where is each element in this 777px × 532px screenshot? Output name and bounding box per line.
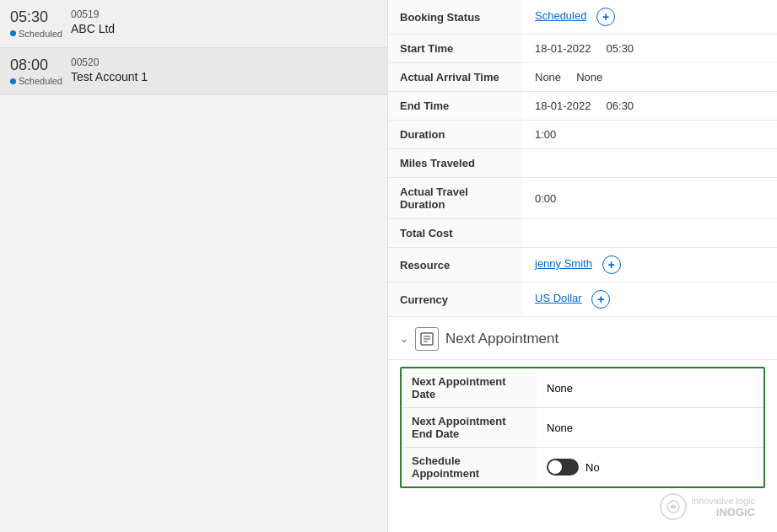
toggle-track [547,459,579,476]
next-appointment-box: Next Appointment Date None Next Appointm… [400,367,765,488]
left-panel: 05:30 Scheduled 00519 ABC Ltd 08:00 Sche… [0,0,388,532]
end-time-val: 06:30 [607,99,634,112]
appointment-item-1[interactable]: 05:30 Scheduled 00519 ABC Ltd [0,0,387,48]
start-date: 18-01-2022 [535,42,591,55]
value-resource: jenny Smith + [523,248,777,282]
appointment-item-2[interactable]: 08:00 Scheduled 00520 Test Account 1 [0,48,387,96]
resource-link[interactable]: jenny Smith [535,257,592,270]
logo-area: innovative logic iNOGiC [388,486,769,527]
label-next-appt-date: Next Appointment Date [402,368,537,408]
currency-link[interactable]: US Dollar [535,292,582,304]
booking-status-plus[interactable]: + [596,8,615,26]
section-chevron[interactable]: ⌄ [400,333,408,345]
appt-info-1: 00519 ABC Ltd [71,8,377,35]
row-travel-duration: Actual Travel Duration 0:00 [388,178,777,219]
value-booking-status: Scheduled + [523,0,777,35]
row-currency: Currency US Dollar + [388,282,777,317]
appt-name-2: Test Account 1 [71,70,377,83]
label-arrival-time: Actual Arrival Time [388,63,523,92]
appt-time-1: 05:30 Scheduled [10,8,62,39]
right-panel: Booking Status Scheduled + Start Time 18… [388,0,777,532]
row-schedule-appointment: Schedule Appointment No [402,448,764,487]
appt-time-2: 08:00 Scheduled [10,56,62,87]
toggle-thumb [548,460,562,474]
status-dot-2 [10,78,16,84]
value-miles [523,149,777,178]
appt-status-2: Scheduled [10,76,62,86]
toggle-container: No [547,459,753,476]
detail-table: Booking Status Scheduled + Start Time 18… [388,0,777,317]
label-end-time: End Time [388,92,523,121]
row-next-appt-end-date: Next Appointment End Date None [402,408,764,448]
status-dot-1 [10,30,16,36]
appt-status-1: Scheduled [10,29,62,39]
label-schedule-appointment: Schedule Appointment [402,448,537,487]
booking-status-link[interactable]: Scheduled [535,9,586,22]
value-arrival-time: None None [523,63,777,92]
logo-line1: innovative logic [692,496,755,506]
next-appt-table: Next Appointment Date None Next Appointm… [402,368,764,486]
value-travel-duration: 0:00 [523,178,777,219]
arrival-time-val: None [576,71,602,83]
appt-number-2: 00520 [71,56,377,68]
row-total-cost: Total Cost [388,219,777,248]
row-start-time: Start Time 18-01-2022 05:30 [388,35,777,63]
status-label-2: Scheduled [19,76,62,86]
currency-plus[interactable]: + [591,290,610,309]
label-start-time: Start Time [388,35,523,63]
value-end-time: 18-01-2022 06:30 [523,92,777,121]
value-currency: US Dollar + [523,282,777,317]
resource-plus[interactable]: + [602,255,621,274]
row-next-appt-date: Next Appointment Date None [402,368,764,408]
next-appointment-title: Next Appointment [445,330,558,347]
appt-time-value-2: 08:00 [10,56,62,75]
start-time-val: 05:30 [607,42,634,55]
label-resource: Resource [388,248,523,282]
value-next-appt-date: None [537,368,764,408]
value-schedule-appointment: No [537,448,764,487]
logo-line2: iNOGiC [692,506,755,519]
appt-info-2: 00520 Test Account 1 [71,56,377,83]
label-booking-status: Booking Status [388,0,523,35]
arrival-date: None [535,71,561,83]
label-total-cost: Total Cost [388,219,523,248]
label-duration: Duration [388,121,523,149]
appt-name-1: ABC Ltd [71,22,377,35]
row-arrival-time: Actual Arrival Time None None [388,63,777,92]
row-resource: Resource jenny Smith + [388,248,777,282]
value-start-time: 18-01-2022 05:30 [523,35,777,63]
next-appointment-header: ⌄ Next Appointment [388,317,777,360]
row-booking-status: Booking Status Scheduled + [388,0,777,35]
end-date: 18-01-2022 [535,99,591,112]
label-next-appt-end-date: Next Appointment End Date [402,408,537,448]
row-end-time: End Time 18-01-2022 06:30 [388,92,777,121]
label-currency: Currency [388,282,523,317]
appt-number-1: 00519 [71,8,377,20]
toggle-label: No [585,461,600,474]
value-duration: 1:00 [523,121,777,149]
row-miles: Miles Traveled [388,149,777,178]
value-next-appt-end-date: None [537,408,764,448]
label-travel-duration: Actual Travel Duration [388,178,523,219]
appt-time-value-1: 05:30 [10,8,62,27]
section-icon [415,327,439,351]
schedule-toggle[interactable] [547,459,579,476]
status-label-1: Scheduled [19,29,62,39]
row-duration: Duration 1:00 [388,121,777,149]
value-total-cost [523,219,777,248]
label-miles: Miles Traveled [388,149,523,178]
